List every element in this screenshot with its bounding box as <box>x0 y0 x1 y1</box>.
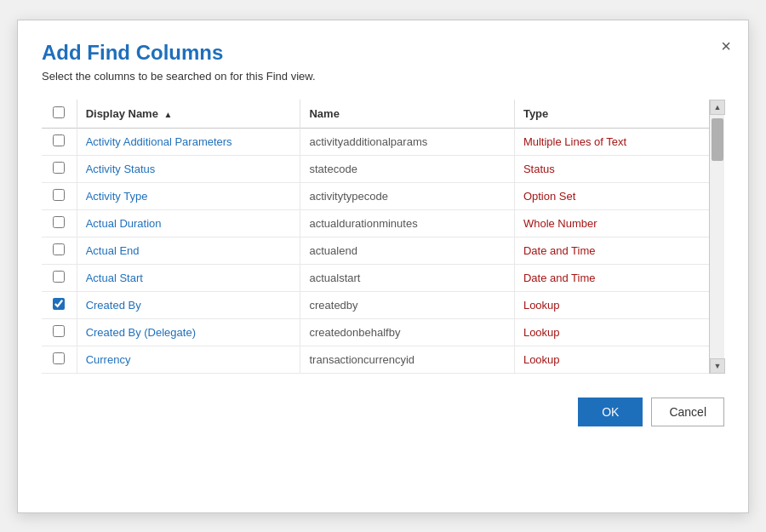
row-checkbox-cell <box>42 291 77 318</box>
table-row: Activity StatusstatecodeStatus <box>42 155 709 182</box>
table-row: Actual DurationactualdurationminutesWhol… <box>42 209 709 237</box>
row-name: statecode <box>300 155 514 182</box>
row-name: createdby <box>300 291 514 318</box>
dialog-header: Add Find Columns Select the columns to b… <box>18 20 748 89</box>
row-type: Date and Time <box>514 237 709 264</box>
row-display-name: Actual End <box>77 237 300 264</box>
row-checkbox-cell <box>42 346 77 373</box>
row-checkbox[interactable] <box>53 216 65 228</box>
scroll-down-button[interactable]: ▼ <box>710 358 725 374</box>
table-body: Activity Additional Parametersactivityad… <box>42 128 709 373</box>
table-row: Actual StartactualstartDate and Time <box>42 264 709 291</box>
row-type: Date and Time <box>514 264 709 291</box>
row-checkbox-cell <box>42 264 77 291</box>
table-row: Actual EndactualendDate and Time <box>42 237 709 264</box>
scrollbar: ▲ ▼ <box>709 100 724 374</box>
dialog-body: Display Name ▲ Name Type Activity Additi… <box>18 89 748 384</box>
row-name: actualend <box>300 237 514 264</box>
row-checkbox-cell <box>42 155 77 182</box>
dialog-subtitle: Select the columns to be searched on for… <box>42 70 724 83</box>
row-checkbox-cell <box>42 182 77 209</box>
columns-table: Display Name ▲ Name Type Activity Additi… <box>42 100 709 374</box>
header-checkbox-cell <box>42 100 77 129</box>
row-display-name: Activity Status <box>77 155 300 182</box>
row-checkbox[interactable] <box>53 271 65 283</box>
row-checkbox[interactable] <box>53 189 65 201</box>
row-display-name: Actual Duration <box>77 209 300 237</box>
header-name: Name <box>300 100 514 129</box>
table-row: Activity TypeactivitytypecodeOption Set <box>42 182 709 209</box>
row-display-name: Actual Start <box>77 264 300 291</box>
row-display-name: Created By (Delegate) <box>77 318 300 346</box>
table-header-row: Display Name ▲ Name Type <box>42 100 709 129</box>
dialog-title: Add Find Columns <box>42 41 724 65</box>
row-checkbox[interactable] <box>53 298 65 310</box>
row-checkbox[interactable] <box>53 243 65 255</box>
row-type: Multiple Lines of Text <box>514 128 709 155</box>
row-checkbox-cell <box>42 237 77 264</box>
add-find-columns-dialog: Add Find Columns Select the columns to b… <box>17 20 749 513</box>
row-name: actualdurationminutes <box>300 209 514 237</box>
row-name: createdonbehalfby <box>300 318 514 346</box>
sort-arrow-icon: ▲ <box>164 110 173 119</box>
cancel-button[interactable]: Cancel <box>651 398 724 426</box>
row-display-name: Activity Additional Parameters <box>77 128 300 155</box>
table-row: Created By (Delegate)createdonbehalfbyLo… <box>42 318 709 346</box>
ok-button[interactable]: OK <box>578 398 643 426</box>
row-name: activitytypecode <box>300 182 514 209</box>
row-checkbox-cell <box>42 209 77 237</box>
row-type: Lookup <box>514 346 709 373</box>
row-type: Lookup <box>514 291 709 318</box>
scroll-up-button[interactable]: ▲ <box>710 100 725 115</box>
header-display-name: Display Name ▲ <box>77 100 300 129</box>
row-checkbox[interactable] <box>53 352 65 364</box>
scroll-track <box>710 115 724 358</box>
row-type: Status <box>514 155 709 182</box>
row-checkbox[interactable] <box>53 162 65 174</box>
row-checkbox[interactable] <box>53 134 65 146</box>
row-checkbox-cell <box>42 318 77 346</box>
row-name: actualstart <box>300 264 514 291</box>
dialog-footer: OK Cancel <box>18 384 748 440</box>
row-display-name: Currency <box>77 346 300 373</box>
scroll-thumb[interactable] <box>712 118 723 161</box>
table-row: Activity Additional Parametersactivityad… <box>42 128 709 155</box>
row-type: Option Set <box>514 182 709 209</box>
table-row: CurrencytransactioncurrencyidLookup <box>42 346 709 373</box>
row-name: transactioncurrencyid <box>300 346 514 373</box>
select-all-checkbox[interactable] <box>53 106 65 118</box>
header-type: Type <box>514 100 709 129</box>
table-row: Created BycreatedbyLookup <box>42 291 709 318</box>
table-container: Display Name ▲ Name Type Activity Additi… <box>42 100 724 374</box>
row-type: Lookup <box>514 318 709 346</box>
row-name: activityadditionalparams <box>300 128 514 155</box>
close-button[interactable]: × <box>721 37 731 54</box>
row-display-name: Created By <box>77 291 300 318</box>
row-checkbox-cell <box>42 128 77 155</box>
row-checkbox[interactable] <box>53 325 65 337</box>
row-display-name: Activity Type <box>77 182 300 209</box>
table-wrapper: Display Name ▲ Name Type Activity Additi… <box>42 100 709 374</box>
row-type: Whole Number <box>514 209 709 237</box>
